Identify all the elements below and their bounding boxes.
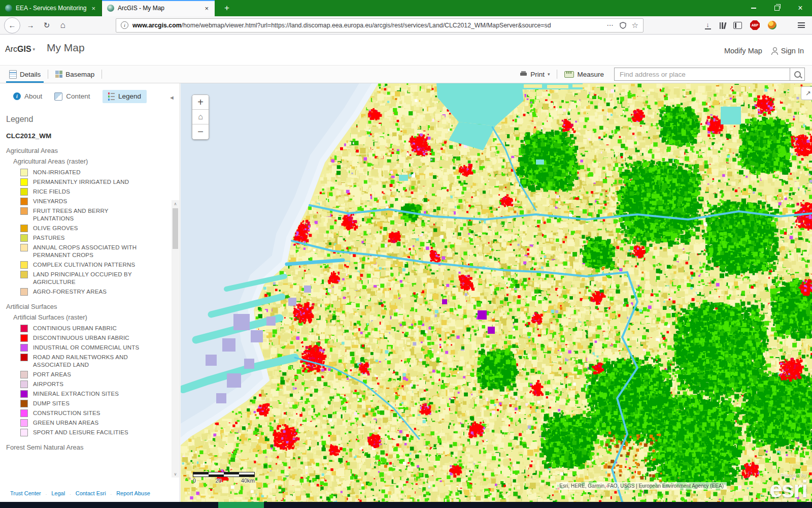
scale-bar: 0 20 40km	[193, 472, 255, 484]
bookmark-star-icon[interactable]: ☆	[632, 21, 638, 30]
panel-collapse-icon[interactable]: ◄	[169, 94, 175, 101]
legend-item: CONSTRUCTION SITES	[20, 409, 171, 417]
footer-link[interactable]: Report Abuse	[116, 490, 150, 496]
tab-legend[interactable]: Legend	[103, 90, 147, 103]
tab-about[interactable]: i About	[13, 92, 42, 100]
footer-link[interactable]: Contact Esri	[76, 490, 106, 496]
scale-bar-labels: 0 20 40km	[193, 478, 255, 484]
adblock-extension-icon[interactable]: ABP	[750, 20, 760, 30]
browser-titlebar: EEA - Services Monitoring × ArcGIS - My …	[0, 0, 812, 16]
expand-button[interactable]: ↗	[801, 86, 812, 100]
search-icon	[794, 71, 801, 78]
print-button[interactable]: Print ▾	[515, 66, 555, 83]
legend-swatch-icon	[20, 354, 28, 361]
legend-item: OLIVE GROVES	[20, 225, 171, 232]
legend-group-subtitle: Artificial Surfaces (raster)	[13, 313, 171, 321]
basemap-label: Basemap	[65, 71, 94, 78]
header-right: Modify Map Sign In	[724, 47, 804, 55]
zoom-in-button[interactable]: +	[192, 95, 209, 110]
basemap-button[interactable]: Basemap	[50, 66, 99, 83]
url-domain: www.arcgis.com	[132, 22, 182, 29]
esri-logo: Powered by esri	[769, 473, 807, 501]
measure-button[interactable]: Measure	[559, 66, 609, 83]
details-panel: i About Content Legend ◄ Legend CLC2012_…	[0, 83, 180, 502]
legend-swatch-icon	[20, 198, 28, 205]
extension-icon[interactable]	[768, 21, 776, 29]
panel-scrollbar[interactable]: ∧ ∨	[172, 200, 179, 478]
forward-button[interactable]: →	[23, 18, 38, 33]
legend-item: CONTINIOUS URBAN FABRIC	[20, 325, 171, 332]
toolbar-divider	[48, 70, 48, 79]
url-bar[interactable]: i www.arcgis.com/home/webmap/viewer.html…	[116, 18, 644, 33]
browser-tab-eea[interactable]: EEA - Services Monitoring ×	[0, 0, 102, 16]
content-icon	[54, 92, 62, 101]
sidebar-toggle-icon[interactable]	[733, 22, 742, 29]
legend-item: PORT AREAS	[20, 371, 171, 378]
zoom-control: + ⌂ −	[192, 94, 209, 140]
new-tab-button[interactable]: +	[219, 0, 234, 16]
arcgis-header: ArcGIS▾ My Map Modify Map Sign In	[0, 35, 812, 65]
legend-item-label: RICE FIELDS	[33, 188, 70, 196]
pocket-shield-icon[interactable]	[620, 22, 626, 29]
legend-item: DISCONTINUOUS URBAN FABRIC	[20, 334, 171, 342]
legend-swatch-icon	[20, 400, 28, 407]
footer-separator: .	[46, 491, 47, 496]
legend-item: SPORT AND LEISURE FACILITIES	[20, 429, 171, 436]
tab-close-icon[interactable]: ×	[204, 5, 210, 12]
arcgis-brand[interactable]: ArcGIS▾	[5, 45, 35, 54]
minimize-button[interactable]	[742, 0, 765, 16]
restore-button[interactable]	[765, 0, 789, 16]
library-icon[interactable]	[720, 22, 726, 29]
print-caret-icon: ▾	[548, 72, 550, 77]
legend-item: LAND PRINCIPALLY OCCUPIED BY AGRICULTURE	[20, 271, 171, 286]
scroll-up-icon[interactable]: ∧	[172, 200, 179, 207]
legend-group: Agricultural AreasAgricultural Areas (ra…	[6, 147, 171, 296]
footer-link[interactable]: Legal	[51, 490, 65, 496]
url-actions: ⋯ ☆	[607, 21, 638, 30]
legend-swatch-icon	[20, 234, 28, 242]
legend-swatch-icon	[20, 225, 28, 232]
home-button[interactable]: ⌂	[56, 18, 70, 33]
details-icon	[9, 70, 17, 79]
toolbar-divider	[101, 70, 102, 79]
tab-content[interactable]: Content	[54, 92, 90, 101]
close-button[interactable]: ×	[789, 0, 812, 16]
legend-item-label: PERMANENTLY IRRIGATED LAND	[33, 178, 129, 186]
land-cover-map[interactable]	[181, 83, 812, 502]
map-viewport[interactable]: + ⌂ − ↗ 0 20 40km Esri, HERE, Garmin, FA…	[181, 83, 812, 502]
site-info-icon[interactable]: i	[121, 21, 128, 29]
footer-link[interactable]: Trust Center	[10, 490, 41, 496]
details-button[interactable]: Details	[4, 66, 46, 83]
scroll-down-icon[interactable]: ∨	[172, 470, 179, 478]
zoom-out-button[interactable]: −	[192, 124, 209, 139]
layer-name: CLC2012_WM	[6, 132, 171, 140]
bottom-bar-green-segment	[218, 502, 264, 508]
legend-item-label: PORT AREAS	[33, 371, 71, 378]
legend-item-label: INDUSTRIAL OR COMMERCIAL UNTS	[33, 344, 139, 352]
menu-hamburger-icon[interactable]	[798, 22, 805, 28]
legend-item: FRUIT TREES AND BERRY PLANTATIONS	[20, 207, 171, 223]
legend-group-title: Forest Semi Natural Areas	[6, 443, 171, 451]
legend-swatch-icon	[20, 244, 28, 251]
zoom-home-button[interactable]: ⌂	[192, 110, 209, 124]
legend-swatch-icon	[20, 188, 28, 196]
browser-tab-arcgis[interactable]: ArcGIS - My Map ×	[102, 0, 215, 16]
legend-item: PERMANENTLY IRRIGATED LAND	[20, 178, 171, 186]
reload-button[interactable]: ↻	[40, 18, 54, 33]
legend-item-label: CONSTRUCTION SITES	[33, 409, 100, 417]
legend-item-label: OLIVE GROVES	[33, 225, 78, 232]
modify-map-link[interactable]: Modify Map	[724, 47, 762, 55]
scrollbar-thumb[interactable]	[173, 208, 178, 249]
navbar-right-icons: ↓ ABP	[704, 20, 805, 30]
legend-swatch-icon	[20, 261, 28, 269]
search-input[interactable]	[614, 68, 790, 81]
panel-footer-links: Trust Center.Legal.Contact Esri.Report A…	[0, 485, 180, 502]
legend-item-label: PASTURES	[33, 234, 65, 242]
back-button[interactable]: ←	[4, 17, 20, 34]
tab-close-icon[interactable]: ×	[90, 5, 96, 12]
downloads-icon[interactable]: ↓	[704, 21, 712, 29]
sign-in-link[interactable]: Sign In	[771, 47, 804, 55]
search-button[interactable]	[790, 68, 805, 81]
page-actions-icon[interactable]: ⋯	[607, 21, 614, 29]
about-label: About	[24, 92, 42, 100]
